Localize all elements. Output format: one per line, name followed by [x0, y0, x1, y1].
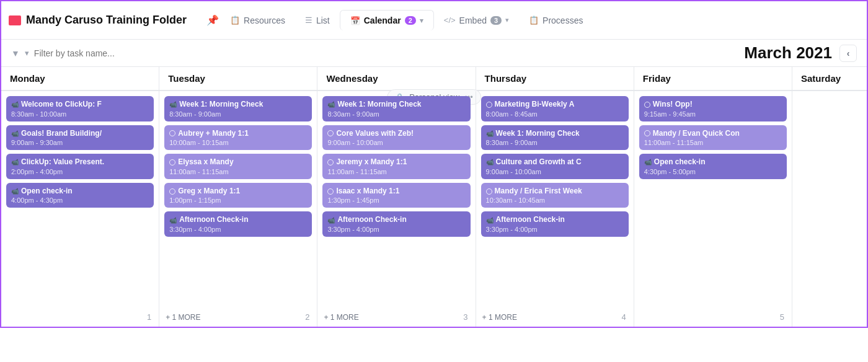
cam-icon-2: 📹 [11, 130, 19, 138]
tab-processes[interactable]: 📋 Processes [519, 11, 593, 30]
event-mandy-erica[interactable]: Mandy / Erica First Week 10:30am - 10:45… [481, 183, 629, 208]
more-link-wednesday[interactable]: + 1 MORE [324, 313, 358, 322]
event-welcome[interactable]: 📹Welcome to ClickUp: F 8:30am - 10:00am [6, 96, 154, 121]
dot-icon-8 [486, 188, 492, 195]
event-wins-opp[interactable]: Wins! Opp! 9:15am - 9:45am [639, 96, 787, 121]
dot-icon-6 [327, 188, 334, 195]
event-isaac-mandy[interactable]: Isaac x Mandy 1:1 1:30pm - 1:45pm [322, 183, 470, 208]
folder-name: Mandy Caruso Training Folder [26, 14, 187, 27]
embed-badge: 3 [490, 16, 502, 25]
day-col-saturday [792, 91, 867, 327]
day-header-friday: Friday [634, 67, 792, 90]
event-afternoon-checkin-tue[interactable]: 📹Afternoon Check-in 3:30pm - 4:00pm [164, 211, 312, 237]
tab-calendar[interactable]: 📅 Calendar 2 ▾ [340, 10, 434, 30]
day-header-saturday: Saturday [792, 67, 867, 90]
calendar-chevron: ▾ [420, 17, 423, 25]
embed-chevron: ▾ [505, 16, 509, 24]
sub-header: ▼ ▾ March 2021 ‹ [1, 40, 867, 67]
event-goals[interactable]: 📹Goals! Brand Building/ 9:00am - 9:30am [6, 125, 154, 151]
day-header-monday: Monday [1, 67, 159, 90]
day-header-wednesday: Wednesday [317, 67, 476, 90]
dot-icon-9 [644, 102, 650, 108]
event-open-checkin-fri[interactable]: 📹Open check-in 4:30pm - 5:00pm [639, 154, 787, 179]
day-number-tuesday: 2 [305, 312, 309, 322]
event-clickup-value[interactable]: 📹ClickUp: Value Present. 2:00pm - 4:00pm [6, 154, 154, 179]
day-header-tuesday: Tuesday [159, 67, 317, 90]
filter-area: ▼ ▾ [11, 48, 170, 58]
event-elyssa-mandy[interactable]: Elyssa x Mandy 11:00am - 11:15am [164, 154, 312, 179]
event-week1-morning-wed[interactable]: 📹Week 1: Morning Check 8:30am - 9:00am [322, 96, 470, 121]
event-mandy-evan[interactable]: Mandy / Evan Quick Con 11:00am - 11:15am [639, 125, 787, 151]
filter-separator: ▾ [25, 48, 29, 58]
event-culture-growth[interactable]: 📹Culture and Growth at C 9:00am - 10:00a… [481, 154, 629, 179]
dot-icon-10 [644, 130, 650, 136]
calendar-icon: 📅 [350, 16, 360, 25]
event-afternoon-checkin-thu[interactable]: 📹Afternoon Check-in 3:30pm - 4:00pm [481, 211, 629, 237]
cam-icon-5: 📹 [169, 100, 177, 108]
processes-icon: 📋 [529, 15, 539, 25]
calendar-body: 📹Welcome to ClickUp: F 8:30am - 10:00am … [1, 91, 867, 327]
dot-icon [169, 130, 175, 136]
event-aubrey-mandy[interactable]: Aubrey + Mandy 1:1 10:00am - 10:15am [164, 125, 312, 151]
embed-icon: </> [444, 15, 456, 25]
day-col-tuesday: 📹Week 1: Morning Check 8:30am - 9:00am A… [159, 91, 317, 327]
dot-icon-3 [169, 188, 175, 195]
dot-icon-7 [486, 102, 492, 108]
dot-icon-4 [327, 130, 334, 136]
list-icon: ☰ [305, 15, 312, 25]
event-marketing-biweekly[interactable]: Marketing Bi-Weekly A 8:00am - 8:45am [481, 96, 629, 121]
day-number-wednesday: 3 [463, 312, 467, 322]
day-col-thursday: Marketing Bi-Weekly A 8:00am - 8:45am 📹W… [476, 91, 634, 327]
more-link-tuesday[interactable]: + 1 MORE [166, 313, 200, 322]
resources-icon: 📋 [230, 15, 240, 25]
cam-icon-12: 📹 [644, 158, 652, 166]
day-number-friday: 5 [780, 312, 784, 322]
calendar-header-row: Monday Tuesday Wednesday Thursday Friday… [1, 67, 867, 91]
calendar-container: Monday Tuesday Wednesday Thursday Friday… [1, 67, 867, 327]
event-core-values[interactable]: Core Values with Zeb! 9:00am - 10:00am [322, 125, 470, 151]
tab-embed[interactable]: </> Embed 3 ▾ [434, 11, 519, 30]
event-week1-morning-tue[interactable]: 📹Week 1: Morning Check 8:30am - 9:00am [164, 96, 312, 121]
day-number-monday: 1 [147, 312, 151, 322]
day-number-thursday: 4 [622, 312, 626, 322]
cam-icon-6: 📹 [169, 216, 177, 224]
nav-tabs: 📌 📋 Resources ☰ List 📅 Calendar 2 ▾ </> … [206, 10, 859, 30]
filter-icon: ▼ [11, 48, 20, 58]
prev-month-button[interactable]: ‹ [839, 45, 857, 62]
event-afternoon-checkin-wed[interactable]: 📹Afternoon Check-in 3:30pm - 4:00pm [322, 211, 470, 237]
cam-icon-8: 📹 [327, 216, 335, 224]
cam-icon-10: 📹 [486, 158, 494, 166]
cam-icon-4: 📹 [11, 187, 19, 195]
day-col-wednesday: 📹Week 1: Morning Check 8:30am - 9:00am C… [317, 91, 476, 327]
sub-header-wrapper: ▼ ▾ March 2021 ‹ 🔒 Personal view ••• [1, 40, 867, 67]
pin-icon: 📌 [206, 14, 219, 26]
event-week1-morning-thu[interactable]: 📹Week 1: Morning Check 8:30am - 9:00am [481, 125, 629, 151]
day-col-monday: 📹Welcome to ClickUp: F 8:30am - 10:00am … [1, 91, 159, 327]
cam-icon: 📹 [11, 100, 19, 108]
event-greg-mandy[interactable]: Greg x Mandy 1:1 1:00pm - 1:15pm [164, 183, 312, 208]
month-label: March 2021 [744, 43, 832, 63]
app-header: Mandy Caruso Training Folder 📌 📋 Resourc… [1, 1, 867, 40]
tab-resources[interactable]: 📋 Resources [220, 11, 295, 30]
cam-icon-9: 📹 [486, 130, 494, 138]
event-open-checkin-mon[interactable]: 📹Open check-in 4:00pm - 4:30pm [6, 183, 154, 208]
event-jeremy-mandy[interactable]: Jeremy x Mandy 1:1 11:00am - 11:15am [322, 154, 470, 179]
folder-icon [9, 15, 21, 25]
cam-icon-3: 📹 [11, 158, 19, 166]
tab-list[interactable]: ☰ List [295, 11, 340, 30]
more-link-thursday[interactable]: + 1 MORE [482, 313, 517, 322]
calendar-badge: 2 [405, 16, 416, 25]
day-header-thursday: Thursday [476, 67, 634, 90]
dot-icon-5 [327, 159, 334, 166]
dot-icon-2 [169, 159, 175, 166]
day-col-friday: Wins! Opp! 9:15am - 9:45am Mandy / Evan … [634, 91, 792, 327]
cam-icon-11: 📹 [486, 216, 494, 224]
folder-title: Mandy Caruso Training Folder [9, 14, 187, 27]
month-nav: March 2021 ‹ [744, 43, 857, 63]
filter-input[interactable] [34, 48, 170, 58]
cam-icon-7: 📹 [327, 100, 335, 108]
